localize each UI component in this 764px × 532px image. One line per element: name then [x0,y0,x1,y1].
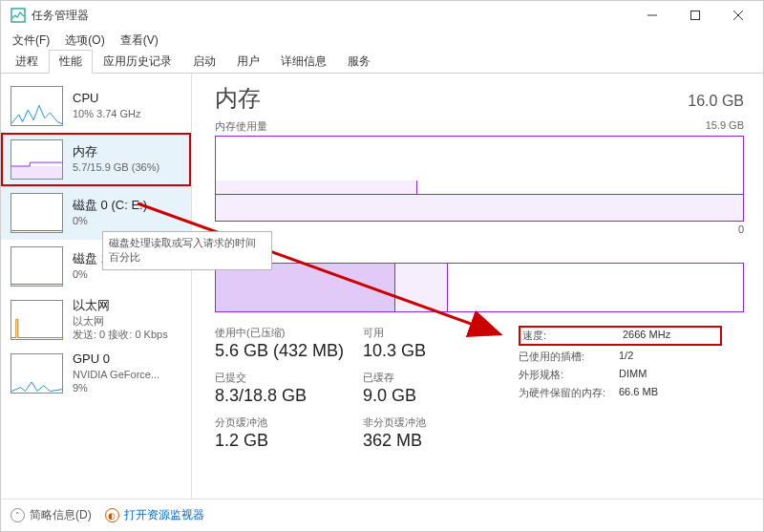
paged-label: 分页缓冲池 [215,415,344,430]
disk0-label: 磁盘 0 (C: E:) [73,198,147,214]
memory-composition-chart[interactable] [215,263,744,312]
gpu-value2: 9% [73,381,159,394]
minimize-button[interactable] [630,1,673,30]
taskmgr-icon [11,8,26,23]
disk0-thumb [11,193,63,233]
menu-view[interactable]: 查看(V) [115,31,164,51]
disk1-thumb [11,246,63,287]
maximize-button[interactable] [673,1,716,30]
reserved-value: 66.6 MB [619,386,658,400]
tab-startup[interactable]: 启动 [182,50,226,74]
form-label: 外形规格: [519,368,619,382]
slots-label: 已使用的插槽: [519,350,619,364]
speed-label: 速度: [522,329,623,343]
detail-pane: 内存 16.0 GB 内存使用量 15.9 GB 0 内存组合 使用中(已压缩)… [192,74,763,499]
tab-history[interactable]: 应用历史记录 [93,50,182,74]
ethernet-thumb [11,300,63,340]
reserved-label: 为硬件保留的内存: [519,386,619,400]
commit-value: 8.3/18.8 GB [215,386,344,406]
gpu-value: NVIDIA GeForce... [73,368,159,381]
memory-usage-chart[interactable] [215,136,744,222]
sidebar-item-gpu[interactable]: GPU 0NVIDIA GeForce...9% [1,347,191,400]
chevron-up-icon: ˄ [11,508,25,522]
tab-users[interactable]: 用户 [226,50,270,74]
menu-options[interactable]: 选项(O) [59,31,110,51]
ethernet-value: 以太网 [73,314,168,328]
ethernet-label: 以太网 [73,298,168,314]
tab-details[interactable]: 详细信息 [270,50,337,74]
monitor-icon: ◐ [105,508,119,522]
chart1-label: 内存使用量 [215,119,267,134]
main-pane: CPU10% 3.74 GHz 内存5.7/15.9 GB (36%) 磁盘 0… [1,74,763,499]
avail-label: 可用 [363,326,492,340]
tab-strip: 进程 性能 应用历史记录 启动 用户 详细信息 服务 [1,51,763,74]
tab-services[interactable]: 服务 [337,50,381,74]
svg-rect-5 [11,166,62,179]
sidebar: CPU10% 3.74 GHz 内存5.7/15.9 GB (36%) 磁盘 0… [1,74,192,499]
memory-thumb [11,139,63,180]
footer: ˄ 简略信息(D) ◐ 打开资源监视器 [1,499,763,531]
ethernet-value2: 发送: 0 接收: 0 Kbps [73,328,168,341]
page-title: 内存 [215,83,261,114]
stats-block: 使用中(已压缩)5.6 GB (432 MB) 可用10.3 GB 已提交8.3… [215,326,744,451]
tab-processes[interactable]: 进程 [5,50,49,74]
cpu-label: CPU [73,91,141,107]
sidebar-item-ethernet[interactable]: 以太网以太网发送: 0 接收: 0 Kbps [1,293,191,347]
disk0-value: 0% [73,214,147,227]
cpu-thumb [11,86,63,126]
cpu-value: 10% 3.74 GHz [73,107,141,120]
menubar: 文件(F) 选项(O) 查看(V) [1,30,763,51]
memory-value: 5.7/15.9 GB (36%) [73,160,159,174]
slots-value: 1/2 [619,350,633,364]
chart1-zero: 0 [215,223,744,235]
window-title: 任务管理器 [32,8,630,24]
form-value: DIMM [619,368,647,382]
menu-file[interactable]: 文件(F) [7,31,55,51]
paged-value: 1.2 GB [215,431,344,451]
tab-performance[interactable]: 性能 [49,50,93,74]
close-button[interactable] [716,1,759,30]
svg-rect-2 [690,11,699,20]
titlebar: 任务管理器 [1,1,763,30]
used-value: 5.6 GB (432 MB) [215,341,344,361]
cached-value: 9.0 GB [363,386,492,406]
sidebar-item-memory[interactable]: 内存5.7/15.9 GB (36%) [1,133,191,186]
memory-total: 16.0 GB [688,93,744,110]
chart1-max: 15.9 GB [706,119,744,134]
commit-label: 已提交 [215,371,344,385]
memory-label: 内存 [73,144,159,160]
speed-highlight: 速度:2666 MHz [519,326,722,346]
brief-info-button[interactable]: ˄ 简略信息(D) [11,507,92,523]
tooltip: 磁盘处理读取或写入请求的时间百分比 [102,231,272,270]
open-resource-monitor-link[interactable]: ◐ 打开资源监视器 [105,507,204,523]
cached-label: 已缓存 [363,371,492,385]
used-label: 使用中(已压缩) [215,326,344,340]
window-controls [630,1,759,30]
gpu-label: GPU 0 [73,351,159,368]
chart2-label: 内存组合 [215,246,744,261]
sidebar-item-cpu[interactable]: CPU10% 3.74 GHz [1,79,191,133]
speed-value: 2666 MHz [623,329,718,343]
avail-value: 10.3 GB [363,341,492,361]
gpu-thumb [11,353,63,394]
nonpaged-label: 非分页缓冲池 [363,415,492,430]
nonpaged-value: 362 MB [363,431,492,451]
